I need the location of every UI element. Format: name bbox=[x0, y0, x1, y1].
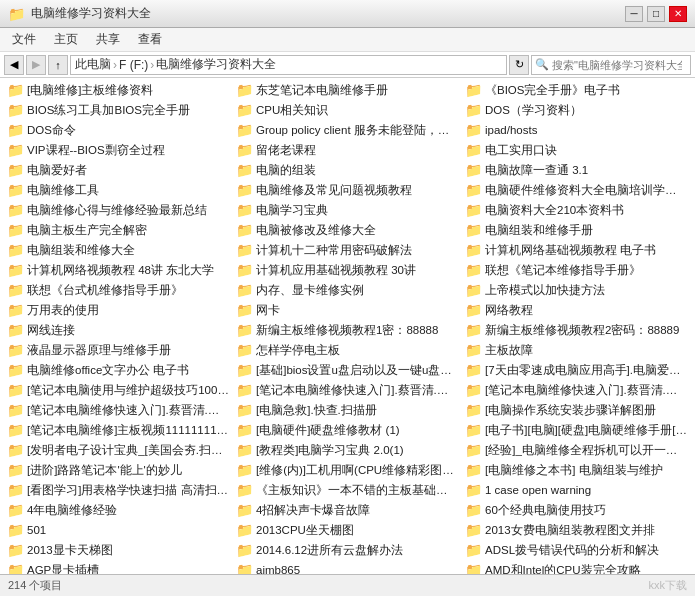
file-item[interactable]: 📁电脑被修改及维修大全 bbox=[233, 220, 462, 240]
window-controls[interactable]: ─ □ ✕ bbox=[625, 6, 687, 22]
file-item[interactable]: 📁4招解决声卡爆音故障 bbox=[233, 500, 462, 520]
file-item[interactable]: 📁[笔记本电脑维修快速入门].蔡晋清.刘朋(4) bbox=[462, 380, 691, 400]
file-item[interactable]: 📁电脑维修工具 bbox=[4, 180, 233, 200]
file-item[interactable]: 📁501 bbox=[4, 520, 233, 540]
file-item[interactable]: 📁[电脑硬件]硬盘维修教材 (1) bbox=[233, 420, 462, 440]
file-item[interactable]: 📁电脑资料大全210本资料书 bbox=[462, 200, 691, 220]
file-item[interactable]: 📁计算机应用基础视频教程 30讲 bbox=[233, 260, 462, 280]
folder-icon: 📁 bbox=[236, 463, 253, 477]
file-name: [笔记本电脑维修快速入门].蔡晋清.刘朋 bbox=[27, 403, 230, 418]
file-item[interactable]: 📁电脑维修office文字办公 电子书 bbox=[4, 360, 233, 380]
file-item[interactable]: 📁[笔记本电脑维修快速入门].蔡晋清.刘朋(1) bbox=[233, 380, 462, 400]
file-item[interactable]: 📁电脑维修及常见问题视频教程 bbox=[233, 180, 462, 200]
file-item[interactable]: 📁[电脑急救].快查.扫描册 bbox=[233, 400, 462, 420]
path-drive[interactable]: F (F:) bbox=[119, 58, 148, 72]
close-button[interactable]: ✕ bbox=[669, 6, 687, 22]
file-item[interactable]: 📁留佬老课程 bbox=[233, 140, 462, 160]
file-item[interactable]: 📁[发明者电子设计宝典_[美国会夯.扫描版 bbox=[4, 440, 233, 460]
search-box[interactable]: 🔍 bbox=[531, 55, 691, 75]
file-item[interactable]: 📁液晶显示器原理与维修手册 bbox=[4, 340, 233, 360]
file-item[interactable]: 📁DOS（学习资料） bbox=[462, 100, 691, 120]
menu-home[interactable]: 主页 bbox=[46, 29, 86, 50]
file-item[interactable]: 📁[维修(内)]工机用啊(CPU维修精彩图解 2005) bbox=[233, 460, 462, 480]
file-item[interactable]: 📁AMD和Intel的CPU装完全攻略 bbox=[462, 560, 691, 574]
file-item[interactable]: 📁2013CPU坐天棚图 bbox=[233, 520, 462, 540]
maximize-button[interactable]: □ bbox=[647, 6, 665, 22]
file-item[interactable]: 📁[电子书][电脑][硬盘]电脑硬维修手册[e... bbox=[462, 420, 691, 440]
nav-back-button[interactable]: ◀ bbox=[4, 55, 24, 75]
nav-up-button[interactable]: ↑ bbox=[48, 55, 68, 75]
file-item[interactable]: 📁计算机网络视频教程 48讲 东北大学 bbox=[4, 260, 233, 280]
file-item[interactable]: 📁上帝模式以加快捷方法 bbox=[462, 280, 691, 300]
file-name: 内存、显卡维修实例 bbox=[256, 283, 364, 298]
file-item[interactable]: 📁DOS命令 bbox=[4, 120, 233, 140]
refresh-button[interactable]: ↻ bbox=[509, 55, 529, 75]
menu-share[interactable]: 共享 bbox=[88, 29, 128, 50]
file-item[interactable]: 📁BIOS练习工具加BIOS完全手册 bbox=[4, 100, 233, 120]
file-item[interactable]: 📁电脑爱好者 bbox=[4, 160, 233, 180]
file-item[interactable]: 📁[笔记本电脑维修快速入门].蔡晋清.刘朋 bbox=[4, 400, 233, 420]
file-item[interactable]: 📁[基础]bios设置u盘启动以及一键u盘启动... bbox=[233, 360, 462, 380]
file-item[interactable]: 📁[进阶]路路笔记本'能上'的妙儿 bbox=[4, 460, 233, 480]
file-item[interactable]: 📁[7天由零速成电脑应用高手].电脑爱好者... bbox=[462, 360, 691, 380]
file-item[interactable]: 📁aimb865 bbox=[233, 560, 462, 574]
file-item[interactable]: 📁《主板知识》一本不错的主板基础知识只书... bbox=[233, 480, 462, 500]
file-item[interactable]: 📁[经验]_电脑维修全程拆机可以开一家自己... bbox=[462, 440, 691, 460]
file-item[interactable]: 📁[看图学习]用表格学快速扫描 高清扫描... bbox=[4, 480, 233, 500]
file-item[interactable]: 📁内存、显卡维修实例 bbox=[233, 280, 462, 300]
file-item[interactable]: 📁[电脑维修之本书] 电脑组装与维护 bbox=[462, 460, 691, 480]
file-item[interactable]: 📁VIP课程--BIOS剽窃全过程 bbox=[4, 140, 233, 160]
search-input[interactable] bbox=[552, 59, 682, 71]
file-item[interactable]: 📁《BIOS完全手册》电子书 bbox=[462, 80, 691, 100]
file-item[interactable]: 📁网线连接 bbox=[4, 320, 233, 340]
path-folder[interactable]: 电脑维修学习资料大全 bbox=[156, 56, 276, 73]
file-item[interactable]: 📁计算机十二种常用密码破解法 bbox=[233, 240, 462, 260]
file-item[interactable]: 📁东芝笔记本电脑维修手册 bbox=[233, 80, 462, 100]
file-item[interactable]: 📁怎样学停电主板 bbox=[233, 340, 462, 360]
file-item[interactable]: 📁ADSL拨号错误代码的分析和解决 bbox=[462, 540, 691, 560]
file-item[interactable]: 📁电脑的组装 bbox=[233, 160, 462, 180]
file-item[interactable]: 📁CPU相关知识 bbox=[233, 100, 462, 120]
file-item[interactable]: 📁主板故障 bbox=[462, 340, 691, 360]
file-item[interactable]: 📁电脑组装和维修大全 bbox=[4, 240, 233, 260]
file-item[interactable]: 📁电脑维修心得与维修经验最新总结 bbox=[4, 200, 233, 220]
file-item[interactable]: 📁新编主板维修视频教程1密：88888 bbox=[233, 320, 462, 340]
file-item[interactable]: 📁2014.6.12进所有云盘解办法 bbox=[233, 540, 462, 560]
file-item[interactable]: 📁电脑硬件维修资料大全电脑培训学校专用 bbox=[462, 180, 691, 200]
file-item[interactable]: 📁2013显卡天梯图 bbox=[4, 540, 233, 560]
file-item[interactable]: 📁联想《台式机维修指导手册》 bbox=[4, 280, 233, 300]
file-item[interactable]: 📁网络教程 bbox=[462, 300, 691, 320]
minimize-button[interactable]: ─ bbox=[625, 6, 643, 22]
file-item[interactable]: 📁电脑故障一查通 3.1 bbox=[462, 160, 691, 180]
file-item[interactable]: 📁计算机网络基础视频教程 电子书 bbox=[462, 240, 691, 260]
file-item[interactable]: 📁60个经典电脑使用技巧 bbox=[462, 500, 691, 520]
file-item[interactable]: 📁[笔记本电脑使用与维护超级技巧1000例]... bbox=[4, 380, 233, 400]
menu-view[interactable]: 查看 bbox=[130, 29, 170, 50]
file-item[interactable]: 📁电脑学习宝典 bbox=[233, 200, 462, 220]
file-item[interactable]: 📁[电脑维修]主板维修资料 bbox=[4, 80, 233, 100]
file-item[interactable]: 📁网卡 bbox=[233, 300, 462, 320]
file-item[interactable]: 📁[教程类]电脑学习宝典 2.0(1) bbox=[233, 440, 462, 460]
file-item[interactable]: 📁ipad/hosts bbox=[462, 120, 691, 140]
file-item[interactable]: 📁电脑主板生产完全解密 bbox=[4, 220, 233, 240]
file-item[interactable]: 📁电工实用口诀 bbox=[462, 140, 691, 160]
file-item[interactable]: 📁AGP显卡插槽 bbox=[4, 560, 233, 574]
menu-file[interactable]: 文件 bbox=[4, 29, 44, 50]
file-item[interactable]: 📁4年电脑维修经验 bbox=[4, 500, 233, 520]
file-item[interactable]: 📁万用表的使用 bbox=[4, 300, 233, 320]
folder-icon: 📁 bbox=[465, 263, 482, 277]
nav-forward-button[interactable]: ▶ bbox=[26, 55, 46, 75]
file-item[interactable]: 📁1 case open warning bbox=[462, 480, 691, 500]
address-path[interactable]: 此电脑 › F (F:) › 电脑维修学习资料大全 bbox=[70, 55, 507, 75]
path-pc[interactable]: 此电脑 bbox=[75, 56, 111, 73]
file-item[interactable]: 📁联想《笔记本维修指导手册》 bbox=[462, 260, 691, 280]
folder-icon: 📁 bbox=[465, 223, 482, 237]
file-item[interactable]: 📁[笔记本电脑维修]主板视频11111111111(1)(3) bbox=[4, 420, 233, 440]
file-item[interactable]: 📁Group policy client 服务未能登陆，拒绝... bbox=[233, 120, 462, 140]
file-item[interactable]: 📁新编主板维修视频教程2密码：88889 bbox=[462, 320, 691, 340]
file-item[interactable]: 📁电脑组装和维修手册 bbox=[462, 220, 691, 240]
file-name: AGP显卡插槽 bbox=[27, 563, 99, 575]
folder-icon: 📁 bbox=[236, 423, 253, 437]
file-item[interactable]: 📁[电脑操作系统安装步骤详解图册 bbox=[462, 400, 691, 420]
file-item[interactable]: 📁2013女费电脑组装教程图文并排 bbox=[462, 520, 691, 540]
